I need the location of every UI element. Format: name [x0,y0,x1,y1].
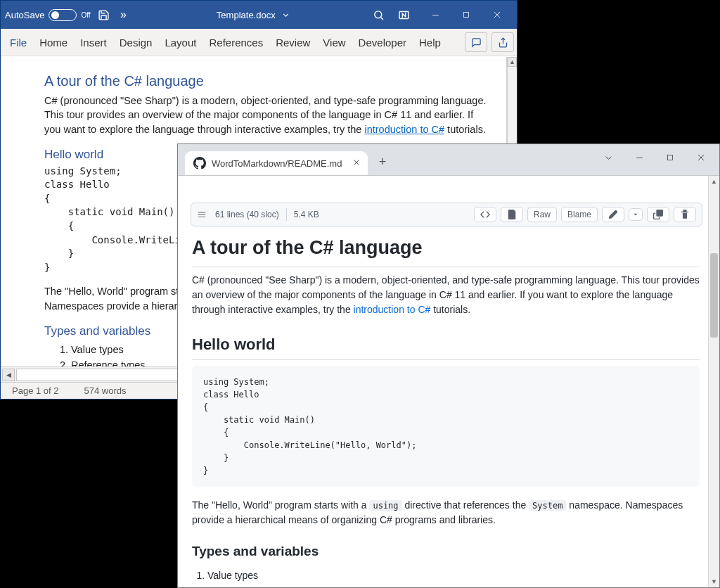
browser-tabstrip: WordToMarkdown/README.md + [178,144,719,175]
document-title[interactable]: Template.docx [217,8,292,21]
browser-vertical-scrollbar[interactable]: ▲ ▼ [708,176,719,587]
doc-text: tutorials. [444,124,486,135]
gh-paragraph: C# (pronounced "See Sharp") is a modern,… [192,273,700,317]
gh-heading-1: 🔗 A tour of the C# language [192,234,700,267]
browser-tab[interactable]: WordToMarkdown/README.md [185,151,368,175]
autosave-pill-icon[interactable] [49,9,77,21]
list-icon[interactable] [197,210,207,219]
svg-rect-4 [464,13,469,18]
menu-layout[interactable]: Layout [158,32,202,53]
edit-button[interactable] [602,207,624,222]
file-size: 5.4 KB [294,210,319,219]
source-button[interactable] [474,207,496,222]
gh-inline-code: using [369,500,401,511]
doc-paragraph: C# (pronounced "See Sharp") is a modern,… [44,94,491,136]
close-button[interactable] [482,1,513,29]
new-tab-button[interactable]: + [372,151,393,172]
doc-heading-1: A tour of the C# language [44,71,491,91]
gh-paragraph: The "Hello, World" program starts with a… [192,498,700,528]
status-words[interactable]: 574 words [84,385,127,396]
gh-text: tutorials. [430,304,470,315]
scroll-thumb[interactable] [710,253,718,338]
rendered-button[interactable] [501,207,523,222]
share-button[interactable] [491,32,514,52]
delete-button[interactable] [674,207,696,222]
tab-title: WordToMarkdown/README.md [212,158,347,169]
file-lines: 61 lines (40 sloc) [215,210,279,219]
github-file-toolbar: 61 lines (40 sloc) 5.4 KB Raw Blame [191,203,702,226]
github-readme-content: 🔗 A tour of the C# language C# (pronounc… [192,234,700,587]
gh-text: The "Hello, World" program starts with a [192,499,369,511]
scroll-up-icon[interactable]: ▲ [709,176,719,187]
gh-heading-2: 🔗 Hello world [192,333,700,360]
copy-button[interactable] [647,207,669,222]
menu-review[interactable]: Review [269,32,316,53]
comments-button[interactable] [465,32,487,52]
raw-button[interactable]: Raw [527,207,557,222]
menu-insert[interactable]: Insert [74,32,113,53]
blame-button[interactable]: Blame [561,207,598,222]
autosave-toggle[interactable]: AutoSave Off [5,9,91,21]
gh-link-intro[interactable]: introduction to C# [354,304,431,315]
menu-design[interactable]: Design [113,32,159,53]
menu-view[interactable]: View [316,32,352,53]
save-icon[interactable] [98,8,110,21]
close-button[interactable] [686,147,716,168]
tab-close-icon[interactable] [352,158,361,169]
status-page[interactable]: Page 1 of 2 [12,385,59,396]
gh-list: Value types Reference types. [207,568,700,587]
ribbon-mode-icon[interactable] [397,8,410,21]
browser-window: WordToMarkdown/README.md + 61 lines (40 [177,143,720,588]
github-icon [193,157,206,170]
autosave-label: AutoSave [5,10,44,20]
svg-rect-11 [668,155,673,160]
doc-link-intro[interactable]: introduction to C# [364,124,444,135]
menu-references[interactable]: References [202,32,269,53]
menu-help[interactable]: Help [413,32,447,53]
gh-list-item: Value types [207,568,700,583]
tabs-chevron-icon[interactable] [593,147,624,168]
gh-text: directive that references the [402,499,529,511]
svg-line-1 [380,17,382,19]
document-title-text: Template.docx [217,10,276,20]
browser-viewport: 61 lines (40 sloc) 5.4 KB Raw Blame [178,175,719,587]
search-icon[interactable] [372,8,385,21]
gh-heading-text: Hello world [192,335,276,353]
minimize-button[interactable] [624,147,655,168]
minimize-button[interactable] [420,1,451,29]
word-ribbon-tabs: File Home Insert Design Layout Reference… [1,29,517,56]
scroll-up-icon[interactable]: ▲ [508,57,517,67]
menu-file[interactable]: File [4,32,33,53]
maximize-button[interactable] [655,147,686,168]
word-titlebar: AutoSave Off » Template.docx [1,1,517,29]
scroll-down-icon[interactable]: ▼ [709,576,719,587]
chevron-down-icon[interactable] [280,8,292,21]
gh-inline-code: System [529,500,566,511]
gh-code-block: using System; class Hello { static void … [192,366,700,487]
scroll-left-icon[interactable]: ◀ [2,369,15,381]
maximize-button[interactable] [451,1,482,29]
gh-heading-text: Types and variables [192,544,319,558]
menu-home[interactable]: Home [33,32,74,53]
gh-heading-text: A tour of the C# language [192,237,423,258]
menu-developer[interactable]: Developer [352,32,413,53]
edit-dropdown-button[interactable] [629,208,643,221]
autosave-state: Off [81,11,90,19]
gh-heading-2: 🔗 Types and variables [192,542,700,562]
svg-point-0 [374,11,381,18]
more-tools-icon[interactable]: » [117,8,130,21]
